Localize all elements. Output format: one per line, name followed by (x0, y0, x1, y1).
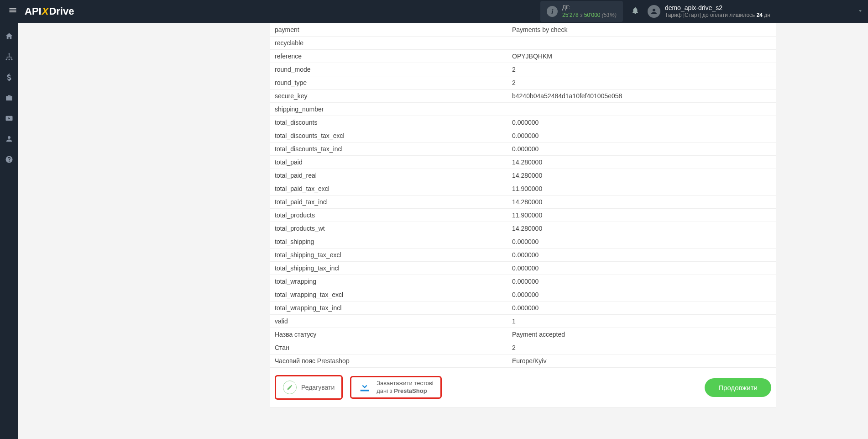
table-row: Часовий пояс PrestashopEurope/Kyiv (270, 354, 776, 368)
stats-total: 50'000 (584, 12, 601, 18)
row-key: total_paid_tax_incl (270, 196, 507, 209)
user-name: demo_apix-drive_s2 (665, 4, 770, 12)
row-value: 2 (507, 63, 776, 76)
row-key: shipping_number (270, 103, 507, 116)
data-table: paymentPayments by checkrecyclablerefere… (270, 23, 776, 368)
row-value: b4240b04a52484d1a10fef401005e058 (507, 90, 776, 103)
table-row: total_shipping0.000000 (270, 235, 776, 249)
row-value: 14.280000 (507, 169, 776, 182)
table-row: paymentPayments by check (270, 23, 776, 37)
row-key: valid (270, 315, 507, 328)
row-value: 14.280000 (507, 222, 776, 235)
row-value: 0.000000 (507, 116, 776, 129)
table-row: total_wrapping0.000000 (270, 275, 776, 288)
table-row: total_discounts_tax_excl0.000000 (270, 129, 776, 143)
row-value: Europe/Kyiv (507, 354, 776, 368)
row-value: 0.000000 (507, 262, 776, 275)
stats-box[interactable]: i Дії: 25'278 з 50'000 (51%) (540, 1, 623, 22)
table-row: total_products_wt14.280000 (270, 222, 776, 235)
sidebar (0, 23, 18, 439)
logo-x: X (42, 5, 49, 17)
row-key: Назва статусу (270, 328, 507, 341)
user-menu[interactable]: demo_apix-drive_s2 Тариф |Старт| до опла… (648, 4, 863, 19)
row-key: total_wrapping_tax_excl (270, 288, 507, 301)
table-row: recyclable (270, 37, 776, 50)
row-value: 14.280000 (507, 156, 776, 169)
row-key: total_wrapping_tax_incl (270, 301, 507, 315)
row-key: payment (270, 23, 507, 37)
sidebar-account-icon[interactable] (0, 135, 18, 145)
row-value: 0.000000 (507, 235, 776, 249)
table-row: total_paid14.280000 (270, 156, 776, 169)
row-key: total_products (270, 209, 507, 222)
row-value: Payment accepted (507, 328, 776, 341)
sidebar-briefcase-icon[interactable] (0, 94, 18, 104)
table-row: total_discounts0.000000 (270, 116, 776, 129)
table-row: referenceOPYJBQHKM (270, 50, 776, 63)
download-button[interactable]: Завантажити тестові дані з PrestaShop (352, 378, 439, 397)
highlight-download: Завантажити тестові дані з PrestaShop (350, 376, 441, 399)
row-key: secure_key (270, 90, 507, 103)
logo[interactable]: APIXDrive (25, 5, 74, 17)
row-value: 14.280000 (507, 196, 776, 209)
table-row: secure_keyb4240b04a52484d1a10fef401005e0… (270, 90, 776, 103)
table-row: total_products11.900000 (270, 209, 776, 222)
row-key: total_paid_tax_excl (270, 182, 507, 196)
row-key: total_wrapping (270, 275, 507, 288)
stats-pct: (51%) (601, 12, 617, 18)
stats-label: Дії: (562, 4, 617, 11)
row-key: round_mode (270, 63, 507, 76)
row-key: total_discounts_tax_excl (270, 129, 507, 143)
row-key: total_shipping_tax_incl (270, 262, 507, 275)
table-row: total_shipping_tax_incl0.000000 (270, 262, 776, 275)
action-bar: Редагувати Завантажити тестові дані з Pr… (270, 368, 776, 407)
main: paymentPayments by checkrecyclablerefere… (18, 23, 868, 439)
row-key: Часовий пояс Prestashop (270, 354, 507, 368)
sidebar-connections-icon[interactable] (0, 53, 18, 63)
edit-label: Редагувати (301, 384, 335, 391)
row-key: Стан (270, 341, 507, 354)
sidebar-billing-icon[interactable] (0, 73, 18, 84)
stats-sep: з (579, 12, 584, 18)
table-row: shipping_number (270, 103, 776, 116)
highlight-edit: Редагувати (275, 375, 343, 400)
row-value: 0.000000 (507, 129, 776, 143)
row-value: 0.000000 (507, 275, 776, 288)
sidebar-help-icon[interactable] (0, 155, 18, 166)
edit-button[interactable]: Редагувати (277, 377, 341, 398)
row-value: 11.900000 (507, 209, 776, 222)
row-value: 2 (507, 341, 776, 354)
chevron-down-icon (857, 8, 863, 16)
row-key: recyclable (270, 37, 507, 50)
row-key: total_shipping (270, 235, 507, 249)
sidebar-home-icon[interactable] (0, 32, 18, 42)
row-key: total_paid_real (270, 169, 507, 182)
row-value: 0.000000 (507, 301, 776, 315)
table-row: Назва статусуPayment accepted (270, 328, 776, 341)
header: APIXDrive i Дії: 25'278 з 50'000 (51%) d… (0, 0, 868, 23)
table-row: valid1 (270, 315, 776, 328)
download-icon (358, 380, 371, 395)
table-row: total_paid_tax_excl11.900000 (270, 182, 776, 196)
logo-part2: Drive (49, 5, 74, 17)
table-row: Стан2 (270, 341, 776, 354)
stats-used: 25'278 (562, 12, 579, 18)
row-value (507, 103, 776, 116)
row-value: OPYJBQHKM (507, 50, 776, 63)
table-row: round_type2 (270, 76, 776, 90)
row-value: 2 (507, 76, 776, 90)
info-icon: i (547, 6, 558, 17)
table-row: total_wrapping_tax_excl0.000000 (270, 288, 776, 301)
row-value (507, 37, 776, 50)
menu-icon[interactable] (5, 5, 21, 17)
download-label: Завантажити тестові дані з PrestaShop (376, 380, 433, 395)
left-panel-spacer (110, 23, 261, 407)
sidebar-video-icon[interactable] (0, 114, 18, 125)
continue-button[interactable]: Продовжити (705, 378, 771, 397)
row-value: 11.900000 (507, 182, 776, 196)
table-row: total_discounts_tax_incl0.000000 (270, 143, 776, 156)
bell-icon[interactable] (631, 6, 639, 17)
row-key: total_products_wt (270, 222, 507, 235)
table-row: round_mode2 (270, 63, 776, 76)
row-key: total_discounts (270, 116, 507, 129)
